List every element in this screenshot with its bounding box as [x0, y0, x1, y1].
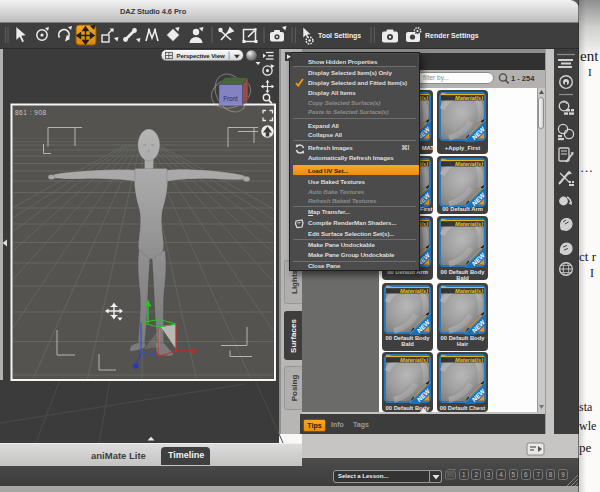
- svg-text:Perspective View: Perspective View: [177, 52, 225, 59]
- svg-text:861 : 908: 861 : 908: [15, 109, 47, 116]
- svg-text:Tool Settings: Tool Settings: [318, 32, 361, 40]
- svg-text:Front: Front: [223, 95, 238, 102]
- svg-text:Render Settings: Render Settings: [425, 32, 479, 40]
